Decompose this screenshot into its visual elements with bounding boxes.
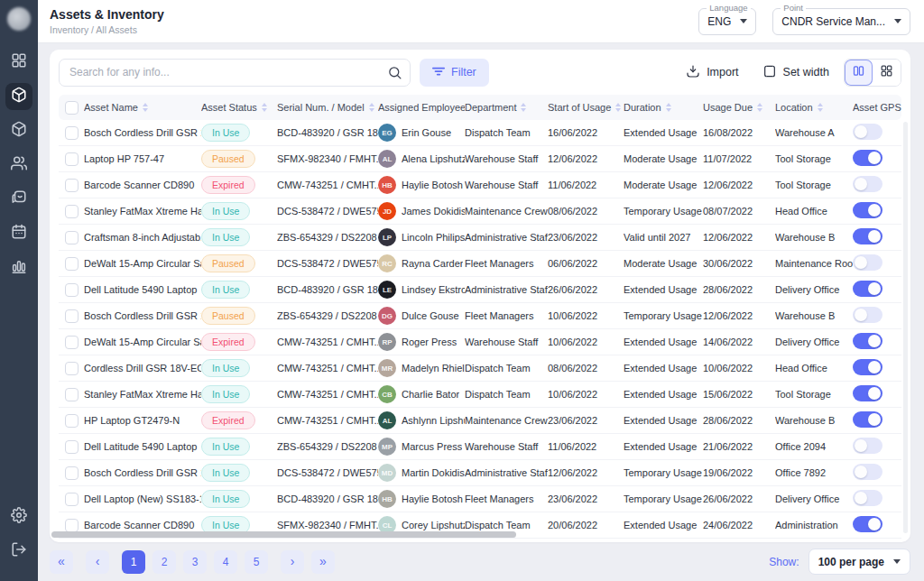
gps-toggle[interactable] — [853, 411, 882, 428]
row-checkbox[interactable] — [65, 440, 79, 454]
gps-toggle[interactable] — [853, 202, 882, 218]
page-button-2[interactable]: 2 — [152, 550, 176, 574]
gps-toggle[interactable] — [853, 254, 882, 271]
department: Warehouse Staff — [465, 337, 548, 347]
table-row[interactable]: Cordless Drill GSR 18V-EC In Use CMW-743… — [59, 355, 901, 382]
column-header-assigned-employee[interactable]: Assigned Employee — [378, 102, 465, 113]
table-row[interactable]: Barcode Scanner CD890 Expired CMW-743251… — [59, 172, 901, 198]
row-checkbox[interactable] — [65, 231, 79, 244]
columns-view-button[interactable] — [845, 60, 873, 86]
set-width-button[interactable]: Set width — [762, 64, 829, 81]
avatar: MP — [378, 438, 396, 456]
column-header-asset-status[interactable]: Asset Status — [201, 102, 277, 113]
location: Office 7892 — [775, 467, 853, 478]
gps-toggle[interactable] — [853, 359, 882, 375]
table-row[interactable]: HP Laptop GT2479-N Expired CMW-743251 / … — [59, 408, 901, 434]
sidebar-item-reports[interactable] — [5, 254, 32, 281]
gps-toggle[interactable] — [853, 385, 882, 401]
search-input[interactable] — [59, 59, 411, 87]
filter-button[interactable]: Filter — [420, 59, 489, 87]
row-checkbox[interactable] — [65, 519, 79, 532]
table-row[interactable]: Stanley FatMax Xtreme Ha... In Use CMW-7… — [59, 382, 901, 408]
table-row[interactable]: Laptop HP 757-47 Paused SFMX-982340 / FM… — [59, 146, 901, 172]
gps-toggle[interactable] — [853, 228, 882, 244]
duration: Temporary Usage — [624, 310, 703, 321]
page-button-3[interactable]: 3 — [183, 550, 207, 574]
gps-toggle[interactable] — [853, 307, 882, 323]
sidebar-item-logout[interactable] — [5, 538, 32, 565]
gps-toggle[interactable] — [853, 516, 882, 532]
gps-toggle[interactable] — [853, 490, 882, 506]
table-row[interactable]: Dell Laptop (New) SS183-1 In Use BCD-483… — [59, 486, 901, 512]
row-checkbox[interactable] — [65, 257, 79, 271]
status-badge: Expired — [201, 333, 255, 351]
prev-page-button[interactable]: ‹ — [86, 550, 109, 574]
asset-name: Stanley FatMax Xtreme Ha... — [84, 389, 201, 400]
gps-toggle[interactable] — [853, 464, 882, 480]
gps-toggle[interactable] — [853, 150, 882, 166]
row-checkbox[interactable] — [65, 283, 79, 297]
sidebar-item-settings[interactable] — [5, 503, 32, 530]
import-button[interactable]: Import — [686, 64, 738, 81]
gps-toggle[interactable] — [853, 281, 882, 297]
sidebar-item-assets[interactable] — [5, 83, 32, 110]
employee-name: Charlie Bator — [402, 389, 459, 400]
table-row[interactable]: Bosch Cordless Drill GSR 1... Paused ZBS… — [59, 303, 901, 329]
sidebar-item-inventory[interactable] — [5, 117, 32, 144]
next-page-button[interactable]: › — [281, 550, 304, 574]
column-header-start-of-usage[interactable]: Start of Usage — [548, 102, 624, 113]
page-button-5[interactable]: 5 — [245, 550, 268, 574]
row-checkbox[interactable] — [65, 466, 79, 480]
employee-name: Haylie Botosh — [402, 493, 463, 504]
vertical-scrollbar[interactable] — [903, 122, 908, 533]
page-button-1[interactable]: 1 — [122, 550, 145, 574]
column-header-duration[interactable]: Duration — [624, 102, 703, 113]
table-row[interactable]: Dell Latitude 5490 Laptop In Use BCD-483… — [59, 277, 901, 303]
grid-view-button[interactable] — [873, 60, 901, 86]
row-checkbox[interactable] — [65, 309, 79, 323]
gps-toggle[interactable] — [853, 176, 882, 192]
status-badge: In Use — [201, 464, 250, 482]
language-select[interactable]: Language ENG — [698, 8, 756, 35]
table-row[interactable]: Dell Latitude 5490 Laptop In Use ZBS-654… — [59, 434, 901, 460]
table-row[interactable]: Bosch Cordless Drill GSR 1... In Use BCD… — [59, 120, 901, 146]
point-select[interactable]: Point CNDR Service Man... — [772, 8, 910, 35]
column-header-asset-name[interactable]: Asset Name — [84, 102, 201, 113]
last-page-button[interactable]: » — [311, 550, 335, 574]
table-row[interactable]: DeWalt 15-Amp Circular Sa... Expired CMW… — [59, 329, 901, 355]
column-header-asset-gps[interactable]: Asset GPS — [853, 102, 901, 113]
select-all-checkbox[interactable] — [65, 101, 79, 115]
horizontal-scrollbar[interactable] — [51, 531, 516, 538]
chevron-down-icon — [894, 19, 901, 23]
row-checkbox[interactable] — [65, 493, 79, 506]
per-page-select[interactable]: 100 per page — [808, 549, 910, 575]
table-row[interactable]: Craftsman 8-inch Adjustab... In Use ZBS-… — [59, 225, 901, 251]
table-row[interactable]: DeWalt 15-Amp Circular Sa... Paused DCS-… — [59, 251, 901, 277]
row-checkbox[interactable] — [65, 152, 79, 166]
row-checkbox[interactable] — [65, 205, 79, 218]
gps-toggle[interactable] — [853, 124, 882, 140]
row-checkbox[interactable] — [65, 336, 79, 349]
row-checkbox[interactable] — [65, 388, 79, 401]
page-button-4[interactable]: 4 — [214, 550, 237, 574]
sidebar-item-messages[interactable] — [5, 186, 32, 213]
row-checkbox[interactable] — [65, 414, 79, 428]
column-header-location[interactable]: Location — [775, 102, 853, 113]
gps-toggle[interactable] — [853, 333, 882, 349]
department: Maintenance Crew — [465, 415, 548, 426]
column-header-serial-num-model[interactable]: Serial Num. / Model — [277, 102, 378, 113]
sidebar-item-calendar[interactable] — [5, 220, 32, 247]
row-checkbox[interactable] — [65, 126, 79, 140]
row-checkbox[interactable] — [65, 362, 79, 375]
sidebar-item-dashboard[interactable] — [5, 49, 32, 76]
location: Warehouse A — [775, 127, 853, 138]
first-page-button[interactable]: « — [50, 550, 73, 574]
gps-toggle[interactable] — [853, 438, 882, 454]
row-checkbox[interactable] — [65, 179, 79, 192]
table-row[interactable]: Stanley FatMax Xtreme Ha... In Use DCS-5… — [59, 198, 901, 225]
table-row[interactable]: Bosch Cordless Drill GSR 1... In Use DCS… — [59, 460, 901, 486]
column-header-usage-due[interactable]: Usage Due — [703, 102, 775, 113]
start-of-usage: 23/06/2022 — [548, 415, 624, 426]
sidebar-item-employees[interactable] — [5, 152, 32, 179]
column-header-department[interactable]: Department — [465, 102, 548, 113]
